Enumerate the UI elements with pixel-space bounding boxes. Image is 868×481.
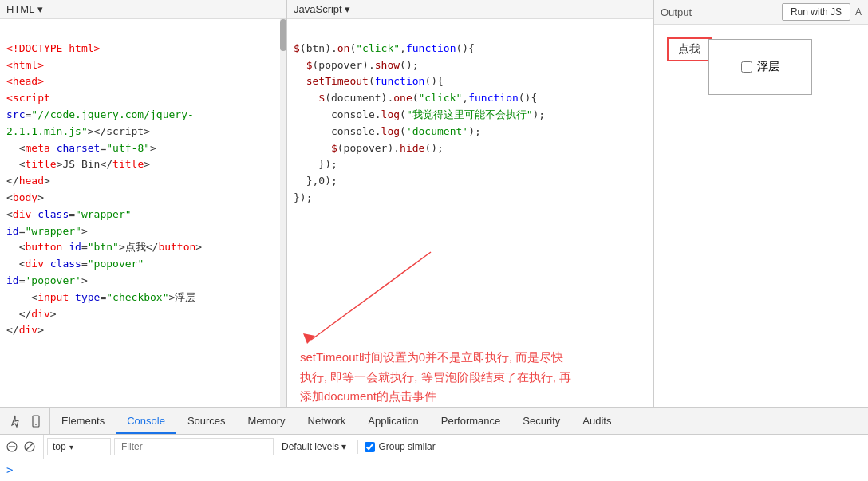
devtools-tabs: Elements Console Sources Memory Network …: [0, 408, 868, 435]
console-input[interactable]: [16, 464, 862, 476]
tab-security[interactable]: Security: [511, 408, 571, 434]
html-panel: HTML ▾ <!DOCTYPE html> <html> <head> <sc…: [0, 0, 287, 407]
top-dropdown-arrow: ▾: [69, 443, 73, 451]
code-area: HTML ▾ <!DOCTYPE html> <html> <head> <sc…: [0, 0, 868, 407]
svg-line-7: [26, 444, 33, 450]
devtools-icon-group: [3, 408, 50, 434]
tab-sources[interactable]: Sources: [176, 408, 237, 434]
auto-label: A: [855, 6, 862, 18]
group-similar-checkbox[interactable]: [365, 442, 375, 452]
html-code-content: <!DOCTYPE html> <html> <head> <script sr…: [0, 19, 286, 361]
html-panel-header[interactable]: HTML ▾: [0, 0, 286, 19]
tab-performance[interactable]: Performance: [430, 408, 511, 434]
tab-audits[interactable]: Audits: [571, 408, 622, 434]
output-label: Output: [661, 6, 692, 18]
annotation-container: setTimeout时间设置为0并不是立即执行, 而是尽快 执行, 即等一会就执…: [287, 340, 653, 407]
filter-input[interactable]: [114, 438, 274, 455]
js-panel: JavaScript ▾ $(btn).on("click",function(…: [287, 0, 654, 407]
main-container: HTML ▾ <!DOCTYPE html> <html> <head> <sc…: [0, 0, 868, 481]
tab-application[interactable]: Application: [357, 408, 430, 434]
js-lang-label: JavaScript ▾: [294, 3, 350, 15]
group-similar-text: Group similar: [378, 441, 435, 452]
mobile-icon[interactable]: [29, 414, 43, 428]
devtools-console-bar: top ▾ Default levels ▾ Group similar: [0, 435, 868, 459]
default-levels-dropdown[interactable]: Default levels ▾: [277, 440, 351, 454]
js-panel-header[interactable]: JavaScript ▾: [287, 0, 653, 19]
demo-click-button[interactable]: 点我: [667, 37, 712, 61]
console-icon-group: [5, 435, 44, 459]
tab-network[interactable]: Network: [297, 408, 357, 434]
js-code-content: $(btn).on("click",function(){ $(popover)…: [287, 19, 653, 228]
prompt-arrow: >: [6, 463, 13, 476]
html-scrollbar-thumb[interactable]: [280, 19, 286, 51]
tab-console[interactable]: Console: [116, 408, 176, 434]
html-scroll-container: <!DOCTYPE html> <html> <head> <script sr…: [0, 19, 286, 407]
output-header: Output Run with JS A: [654, 0, 868, 25]
top-context-label: top: [53, 441, 66, 452]
inspect-icon[interactable]: [10, 414, 24, 428]
floating-label: 浮层: [757, 60, 779, 74]
run-with-js-button[interactable]: Run with JS: [782, 3, 850, 21]
console-prompt-area: >: [0, 459, 868, 481]
floating-checkbox[interactable]: [741, 61, 752, 73]
output-content: 点我 浮层: [654, 25, 868, 407]
top-context-dropdown[interactable]: top ▾: [47, 438, 111, 455]
group-similar-checkbox-label[interactable]: Group similar: [365, 441, 435, 452]
separator: [357, 440, 358, 454]
devtools-bar: Elements Console Sources Memory Network …: [0, 407, 868, 481]
default-levels-label: Default levels ▾: [282, 441, 346, 452]
html-lang-label: HTML ▾: [6, 3, 43, 15]
block-icon[interactable]: [22, 440, 37, 454]
demo-area: 点我 浮层: [661, 31, 862, 68]
clear-console-icon[interactable]: [5, 440, 19, 454]
html-scrollbar-track[interactable]: [280, 19, 286, 407]
annotation-text: setTimeout时间设置为0并不是立即执行, 而是尽快 执行, 即等一会就执…: [300, 348, 641, 407]
output-panel: Output Run with JS A 点我 浮层: [654, 0, 868, 407]
tab-memory[interactable]: Memory: [237, 408, 297, 434]
js-scroll-container: $(btn).on("click",function(){ $(popover)…: [287, 19, 653, 340]
popover-box: 浮层: [708, 39, 812, 95]
tab-elements[interactable]: Elements: [50, 408, 116, 434]
